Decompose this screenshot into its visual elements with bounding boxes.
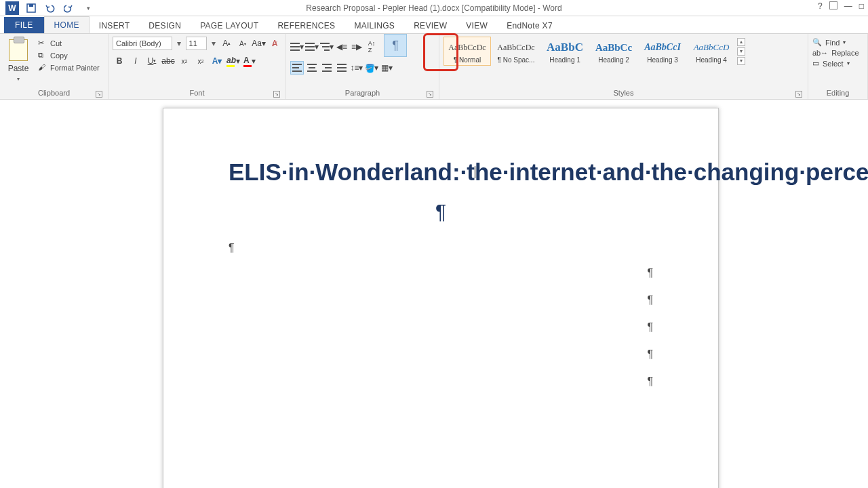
group-styles: AaBbCcDc ¶ Normal AaBbCcDc ¶ No Spac... …	[439, 34, 808, 99]
undo-button[interactable]	[43, 1, 57, 15]
change-case-button[interactable]: Aa▾	[252, 37, 266, 50]
replace-button[interactable]: ab↔Replace	[812, 49, 863, 57]
font-group-label: Font↘	[113, 87, 281, 99]
strikethrough-button[interactable]: abc	[161, 54, 175, 68]
tab-review[interactable]: REVIEW	[404, 18, 456, 33]
style-normal[interactable]: AaBbCcDc ¶ Normal	[443, 37, 491, 66]
bold-button[interactable]: B	[113, 54, 126, 68]
grow-font-button[interactable]: A▴	[220, 37, 233, 50]
pilcrow-icon: ¶	[392, 39, 399, 53]
copy-icon: ⧉	[38, 51, 47, 60]
styles-scroll[interactable]: ▴ ▾ ▾	[736, 37, 746, 66]
text-cursor	[475, 166, 475, 178]
paragraph-marks-right: ¶¶¶¶¶	[229, 260, 653, 395]
style-heading-4[interactable]: AaBbCcD Heading 4	[688, 37, 735, 66]
format-painter-button[interactable]: 🖌Format Painter	[37, 62, 101, 73]
font-size-combo[interactable]: 11	[186, 37, 207, 50]
document-area[interactable]: ELIS·in·Wonderland:·the·internet·and·the…	[0, 100, 868, 488]
bucket-icon: 🪣	[365, 64, 374, 72]
styles-dialog-launcher[interactable]: ↘	[795, 91, 802, 98]
style-heading-3[interactable]: AaBbCcI Heading 3	[639, 37, 686, 66]
tab-references[interactable]: REFERENCES	[268, 18, 344, 33]
shading-button[interactable]: 🪣▾	[365, 61, 378, 75]
editing-group-label: Editing	[812, 87, 863, 99]
scissors-icon: ✂	[38, 39, 47, 48]
brush-icon: 🖌	[38, 63, 47, 73]
save-button[interactable]	[24, 1, 38, 15]
paste-icon	[9, 39, 28, 61]
font-name-dropdown-icon[interactable]: ▾	[175, 39, 183, 48]
select-button[interactable]: ▭Select▾	[812, 59, 863, 68]
tab-page-layout[interactable]: PAGE LAYOUT	[191, 18, 268, 33]
styles-scroll-up-icon[interactable]: ▴	[737, 38, 745, 46]
superscript-button[interactable]: x2	[194, 54, 208, 68]
sort-button[interactable]: A↕Z	[365, 40, 378, 54]
subscript-button[interactable]: x2	[178, 54, 191, 68]
shrink-font-button[interactable]: A▾	[236, 37, 249, 50]
style-no-spacing[interactable]: AaBbCcDc ¶ No Spac...	[492, 37, 540, 66]
styles-more-icon[interactable]: ▾	[737, 57, 745, 65]
paste-button[interactable]: Paste ▾	[4, 37, 33, 82]
style-heading-1[interactable]: AaBbC Heading 1	[541, 37, 589, 66]
cut-button[interactable]: ✂Cut	[37, 38, 101, 49]
tab-insert[interactable]: INSERT	[90, 18, 140, 33]
highlight-button[interactable]: ab▾	[226, 54, 240, 68]
font-dialog-launcher[interactable]: ↘	[273, 91, 280, 98]
tab-design[interactable]: DESIGN	[139, 18, 191, 33]
tab-file[interactable]: FILE	[4, 17, 44, 33]
clipboard-group-label: Clipboard↘	[4, 87, 104, 99]
ribbon-display-icon[interactable]	[829, 1, 837, 9]
font-size-dropdown-icon[interactable]: ▾	[210, 39, 218, 48]
tab-home[interactable]: HOME	[44, 16, 90, 33]
italic-button[interactable]: I	[129, 54, 142, 68]
group-editing: 🔍Find▾ ab↔Replace ▭Select▾ Editing	[808, 34, 868, 99]
copy-button[interactable]: ⧉Copy	[37, 50, 101, 61]
borders-button[interactable]: ▦▾	[380, 61, 393, 75]
numbering-button[interactable]: ▾	[305, 40, 319, 54]
increase-indent-button[interactable]: ≡▶	[350, 40, 363, 54]
document-page[interactable]: ELIS·in·Wonderland:·the·internet·and·the…	[163, 108, 719, 488]
line-spacing-button[interactable]: ↕≡▾	[350, 61, 363, 75]
window-title: Research Proposal - Pepler Head (1).docx…	[0, 3, 868, 13]
quick-access-toolbar: W ▾	[0, 1, 95, 15]
clipboard-dialog-launcher[interactable]: ↘	[96, 91, 102, 98]
word-app-icon[interactable]: W	[5, 1, 19, 15]
paragraph-dialog-launcher[interactable]: ↘	[427, 91, 433, 98]
paragraph-mark: ¶	[229, 242, 653, 254]
style-heading-2[interactable]: AaBbCc Heading 2	[590, 37, 637, 66]
decrease-indent-button[interactable]: ◀≡	[335, 40, 349, 54]
help-icon[interactable]: ?	[818, 1, 823, 11]
redo-button[interactable]	[62, 1, 76, 15]
replace-icon: ab↔	[812, 49, 828, 57]
minimize-icon[interactable]: —	[844, 1, 852, 11]
find-icon: 🔍	[812, 38, 822, 47]
clear-formatting-button[interactable]: A̷	[269, 37, 281, 50]
bullets-button[interactable]: ▾	[290, 40, 304, 54]
text-effects-button[interactable]: A▾	[210, 54, 224, 68]
tab-view[interactable]: VIEW	[456, 18, 497, 33]
font-name-combo[interactable]: Calibri (Body)	[113, 37, 172, 50]
styles-scroll-down-icon[interactable]: ▾	[737, 47, 745, 56]
group-clipboard: Paste ▾ ✂Cut ⧉Copy 🖌Format Painter Clipb…	[0, 34, 108, 99]
underline-button[interactable]: U▾	[145, 54, 159, 68]
align-right-button[interactable]	[320, 61, 334, 75]
qat-customize-icon[interactable]: ▾	[81, 1, 95, 15]
tab-endnote[interactable]: EndNote X7	[497, 18, 562, 33]
justify-button[interactable]	[335, 61, 349, 75]
ribbon-tabs: FILE HOME INSERT DESIGN PAGE LAYOUT REFE…	[0, 16, 868, 34]
title-bar: W ▾ Research Proposal - Pepler Head (1).…	[0, 0, 868, 16]
align-center-button[interactable]	[305, 61, 319, 75]
find-button[interactable]: 🔍Find▾	[812, 38, 863, 47]
paragraph-mark: ¶	[229, 200, 653, 223]
maximize-icon[interactable]: □	[859, 1, 864, 11]
document-title-text[interactable]: ELIS·in·Wonderland:·the·internet·and·the…	[229, 156, 653, 188]
paste-label: Paste	[8, 64, 29, 73]
font-color-button[interactable]: A▾	[243, 54, 256, 68]
group-paragraph: ▾ ▾ ▾ ◀≡ ≡▶ A↕Z ¶ ↕≡▾ 🪣▾ ▦▾ Para	[286, 34, 439, 99]
ribbon: Paste ▾ ✂Cut ⧉Copy 🖌Format Painter Clipb…	[0, 34, 868, 100]
tab-mailings[interactable]: MAILINGS	[344, 18, 404, 33]
styles-group-label: Styles↘	[443, 87, 804, 99]
multilevel-list-button[interactable]: ▾	[320, 40, 334, 54]
align-left-button[interactable]	[290, 61, 304, 75]
show-hide-formatting-button[interactable]: ¶	[384, 34, 407, 57]
